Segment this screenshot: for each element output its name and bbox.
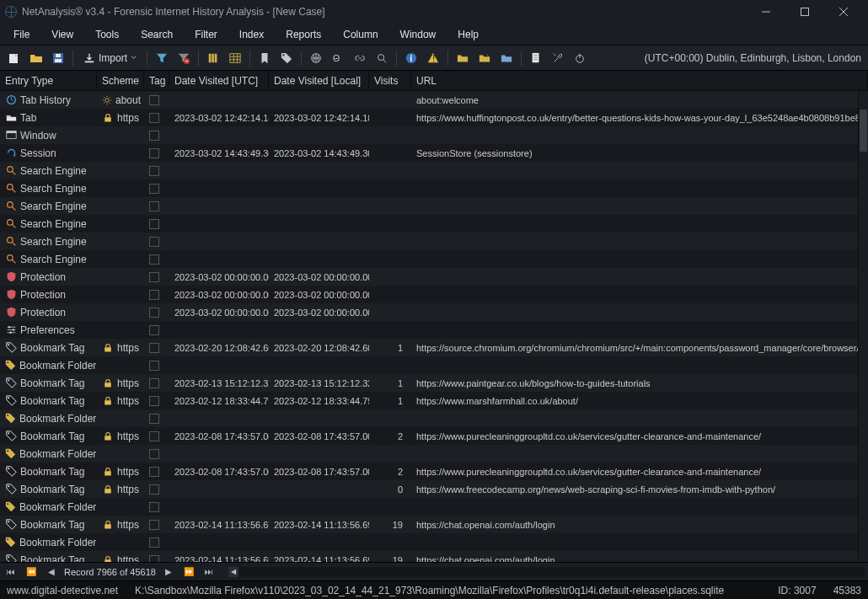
table-row[interactable]: Search Engine (0, 179, 858, 197)
minimize-button[interactable] (747, 0, 785, 24)
nav-next-page-button[interactable]: ⏩ (181, 567, 196, 576)
tag-checkbox[interactable] (149, 414, 159, 424)
table-row[interactable]: Window (0, 126, 858, 144)
table-row[interactable]: Protection2023-03-02 00:00:00.0002023-03… (0, 268, 858, 286)
table-row[interactable]: Bookmark Folder (0, 409, 858, 427)
menu-view[interactable]: View (43, 25, 82, 44)
tag-checkbox[interactable] (149, 166, 159, 176)
menu-reports[interactable]: Reports (277, 25, 330, 44)
tag-checkbox[interactable] (149, 308, 159, 318)
tag-checkbox[interactable] (149, 361, 159, 371)
filter-clear-button[interactable] (174, 49, 193, 67)
col-scheme[interactable]: Scheme (97, 71, 144, 90)
scrollbar-thumb[interactable] (860, 110, 867, 152)
table-row[interactable]: Tabhttps2023-03-02 12:42:14.1822023-03-0… (0, 109, 858, 126)
tag-checkbox[interactable] (149, 113, 159, 123)
table-button[interactable] (226, 49, 244, 67)
power-button[interactable] (571, 49, 589, 67)
bookmark-button[interactable] (255, 49, 274, 67)
tag-checkbox[interactable] (149, 148, 159, 158)
nav-prev-page-button[interactable]: ⏪ (24, 567, 39, 576)
col-url[interactable]: URL (411, 71, 868, 90)
columns-button[interactable] (204, 49, 222, 67)
info-button[interactable]: i (402, 49, 421, 67)
tag-checkbox[interactable] (149, 484, 159, 495)
tag-checkbox[interactable] (149, 219, 159, 229)
col-entry-type[interactable]: Entry Type (0, 71, 97, 90)
tag-checkbox[interactable] (149, 431, 159, 441)
menu-file[interactable]: File (5, 25, 38, 44)
tag-checkbox[interactable] (149, 378, 159, 388)
tag-checkbox[interactable] (149, 343, 159, 353)
save-button[interactable] (49, 49, 67, 67)
table-row[interactable]: Search Engine (0, 233, 858, 250)
nav-next-button[interactable]: ▶ (161, 567, 176, 576)
export-3-button[interactable] (497, 49, 516, 67)
table-row[interactable]: Bookmark Taghttps2023-02-14 11:13:56.695… (0, 551, 858, 562)
nav-first-button[interactable]: ⏮ (3, 567, 19, 576)
report-button[interactable] (527, 49, 545, 67)
tag-checkbox[interactable] (149, 95, 159, 105)
tag-checkbox[interactable] (149, 290, 159, 300)
maximize-button[interactable] (785, 0, 824, 24)
table-row[interactable]: Bookmark Taghttps2023-02-20 12:08:42.604… (0, 339, 858, 356)
hscroll-left-button[interactable]: ◀ (228, 567, 238, 577)
menu-filter[interactable]: Filter (186, 25, 226, 44)
tag-checkbox[interactable] (149, 184, 159, 194)
tag-checkbox[interactable] (149, 537, 159, 548)
table-row[interactable]: Bookmark Taghttps2023-02-14 11:13:56.695… (0, 516, 858, 533)
tag-checkbox[interactable] (149, 131, 159, 141)
globe-button[interactable] (307, 49, 325, 67)
menu-window[interactable]: Window (392, 25, 445, 44)
col-date-local[interactable]: Date Visited [Local] (269, 71, 369, 90)
table-row[interactable]: Bookmark Taghttps2023-02-13 15:12:12.328… (0, 374, 858, 392)
col-tag[interactable]: Tag (144, 71, 169, 90)
tag-checkbox[interactable] (149, 237, 159, 247)
table-row[interactable]: Bookmark Taghttps2023-02-12 18:33:44.795… (0, 392, 858, 409)
tools-button[interactable] (549, 49, 567, 67)
import-button[interactable]: Import (78, 49, 142, 67)
nav-prev-button[interactable]: ◀ (44, 567, 59, 576)
tag-checkbox[interactable] (149, 449, 159, 459)
vertical-scrollbar[interactable] (858, 91, 868, 562)
table-row[interactable]: Bookmark Folder (0, 445, 858, 463)
table-row[interactable]: Search Engine (0, 250, 858, 268)
link-button[interactable] (351, 49, 369, 67)
new-case-button[interactable] (5, 49, 24, 67)
col-date-utc[interactable]: Date Visited [UTC] (169, 71, 269, 90)
table-row[interactable]: Session2023-03-02 14:43:49.3032023-03-02… (0, 144, 858, 162)
nav-last-button[interactable]: ⏭ (201, 567, 217, 576)
menu-tools[interactable]: Tools (87, 25, 127, 44)
warning-button[interactable]: ! (424, 49, 442, 67)
open-case-button[interactable] (27, 49, 46, 67)
tag-button[interactable] (277, 49, 296, 67)
decode-button[interactable]: Θ (329, 49, 347, 67)
table-row[interactable]: Search Engine (0, 215, 858, 233)
tag-checkbox[interactable] (149, 520, 159, 530)
tag-checkbox[interactable] (149, 502, 159, 512)
horizontal-scrollbar[interactable]: ◀ (228, 567, 865, 577)
filter-button[interactable] (153, 49, 171, 67)
tag-checkbox[interactable] (149, 396, 159, 406)
tag-checkbox[interactable] (149, 254, 159, 265)
col-visits[interactable]: Visits (369, 71, 411, 90)
table-row[interactable]: Bookmark Taghttps0https://www.freecodeca… (0, 480, 858, 498)
menu-index[interactable]: Index (231, 25, 272, 44)
menu-search[interactable]: Search (132, 25, 181, 44)
tag-checkbox[interactable] (149, 272, 159, 282)
close-button[interactable] (824, 0, 863, 24)
tag-checkbox[interactable] (149, 201, 159, 211)
export-2-button[interactable] (475, 49, 494, 67)
table-row[interactable]: Bookmark Folder (0, 498, 858, 516)
table-row[interactable]: Bookmark Folder (0, 533, 858, 551)
table-row[interactable]: Bookmark Taghttps2023-02-08 17:43:57.003… (0, 463, 858, 480)
table-row[interactable]: Preferences (0, 321, 858, 339)
menu-help[interactable]: Help (449, 25, 487, 44)
tag-checkbox[interactable] (149, 467, 159, 477)
table-row[interactable]: Tab Historyaboutabout:welcome (0, 91, 858, 109)
table-row[interactable]: Protection2023-03-02 00:00:00.0002023-03… (0, 286, 858, 303)
table-row[interactable]: Search Engine (0, 197, 858, 215)
table-row[interactable]: Bookmark Folder (0, 356, 858, 374)
tag-checkbox[interactable] (149, 325, 159, 335)
search-history-button[interactable] (372, 49, 391, 67)
